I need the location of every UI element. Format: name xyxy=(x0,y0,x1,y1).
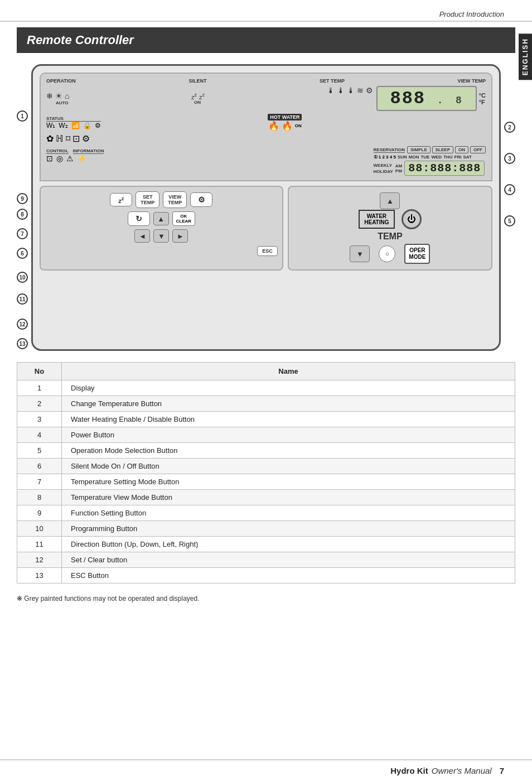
table-row: 12Set / Clear button xyxy=(17,552,515,568)
table-row: 5Operation Mode Selection Button xyxy=(17,443,515,459)
callout-9: 9 xyxy=(17,193,28,204)
keypad-row2: ↻ ▲ OKCLEAR xyxy=(45,211,278,226)
snowflake-icon: ❄ xyxy=(46,91,53,100)
callout-13: 13 xyxy=(17,338,28,349)
schedule-digital-display: 88:888:888 xyxy=(404,161,485,176)
table-row: 6Silent Mode On / Off Button xyxy=(17,459,515,474)
right-panel: ▲ WATER HEATING ⏻ TEMP ▼ ○ OPERMODE xyxy=(288,186,492,271)
silent-on-label: ON xyxy=(194,100,202,105)
auto-label: AUTO xyxy=(46,100,69,105)
table-cell-no: 9 xyxy=(17,505,62,521)
display-panel: OPERATION SILENT SET TEMP VIEW TEMP ❄ ☀ … xyxy=(40,73,492,181)
settings-icon: ⚙ xyxy=(95,122,101,129)
table-row: 3Water Heating Enable / Disable Button xyxy=(17,412,515,427)
english-tab: ENGLISH xyxy=(519,33,532,80)
select-btn[interactable]: ○ xyxy=(379,245,395,262)
control-reservation-row: CONTROL INFORMATION ⊡ ◎ ⚠ ⚡ RESERVATION xyxy=(46,146,486,176)
temp-icon2: 🌡 xyxy=(337,86,345,95)
flame-icon1: 🔥 xyxy=(268,120,279,131)
left-key[interactable]: ◄ xyxy=(134,229,150,243)
digital-display-wrapper: 888 . 8 xyxy=(376,86,477,111)
digital-value: 888 xyxy=(390,88,425,109)
weekly-label: WEEKLY xyxy=(374,163,393,168)
power-button[interactable]: ⏻ xyxy=(402,209,422,229)
table-row: 9Function Setting Button xyxy=(17,505,515,521)
set-temp-key[interactable]: SETTEMP xyxy=(136,191,159,208)
pm-label: PM xyxy=(395,168,402,173)
reservation-label: RESERVATION xyxy=(374,147,405,153)
silent-icons: zz zz xyxy=(191,92,205,100)
function-key[interactable]: ⚙ xyxy=(190,192,212,207)
operation-icons: ❄ ☀ ⌂ xyxy=(46,91,69,100)
status-label: STATUS xyxy=(46,116,101,122)
right-down-key[interactable]: ▼ xyxy=(350,245,370,262)
table-cell-name: Programming Button xyxy=(62,521,515,537)
wifi3-icon: 📶 xyxy=(71,122,80,129)
ctrl-icon4: ⚡ xyxy=(77,154,86,163)
keypad-row1: zz SETTEMP VIEWTEMP ⚙ xyxy=(45,191,278,208)
hot-water-col: HOT WATER 🔥 🔥 ON xyxy=(268,114,302,131)
page-footer: Hydro Kit Owner's Manual 7 xyxy=(0,759,532,781)
programming-key[interactable]: ↻ xyxy=(128,211,150,226)
table-cell-no: 1 xyxy=(17,380,62,396)
reservation-numbers: ① 1 2 3 4 5 xyxy=(374,155,396,160)
section-title-bar: Remote Controller xyxy=(17,27,515,53)
ok-clear-key[interactable]: OKCLEAR xyxy=(172,211,196,226)
callout-3: 3 xyxy=(504,153,515,164)
control-info-labels: CONTROL INFORMATION xyxy=(46,148,104,154)
down-key[interactable]: ▼ xyxy=(153,229,169,243)
heating-label: HEATING xyxy=(364,219,389,225)
day-sat: SAT xyxy=(463,155,471,160)
table-header-no: No xyxy=(17,363,62,380)
table-cell-no: 13 xyxy=(17,568,62,584)
table-cell-no: 10 xyxy=(17,521,62,537)
sleep-btn[interactable]: SLEEP xyxy=(432,146,453,153)
ctrl-icon3: ⚠ xyxy=(66,154,74,163)
temp-label: TEMP xyxy=(378,232,402,242)
misc-icon1: ✿ xyxy=(46,133,54,144)
table-cell-name: Power Button xyxy=(62,427,515,443)
off-btn[interactable]: OFF xyxy=(470,146,486,153)
control-label: CONTROL xyxy=(46,148,69,154)
celsius-badge: °C xyxy=(479,92,486,99)
simple-btn[interactable]: SIMPLE xyxy=(407,146,431,153)
table-cell-no: 12 xyxy=(17,552,62,568)
status-icons: W₁ W₂ 📶 🔒 ⚙ xyxy=(46,122,101,129)
esc-key[interactable]: ESC xyxy=(257,246,278,256)
day-fri: FRI xyxy=(454,155,462,160)
water-heating-label: WATER HEATING xyxy=(359,210,394,229)
keypad: zz SETTEMP VIEWTEMP ⚙ ↻ ▲ OKCLEAR ◄ ▼ ► xyxy=(40,186,283,271)
reservation-label-row: RESERVATION SIMPLE SLEEP ON OFF xyxy=(374,146,486,153)
table-cell-name: Direction Button (Up, Down, Left, Right) xyxy=(62,537,515,552)
drop-icon: ⚙ xyxy=(366,86,373,95)
table-cell-name: Temperature Setting Mode Button xyxy=(62,474,515,490)
silent-key[interactable]: zz xyxy=(110,193,132,207)
table-row: 4Power Button xyxy=(17,427,515,443)
set-temp-icons: 🌡 🌡 🌡 ≋ ⚙ xyxy=(327,86,373,95)
wind-icon: ≋ xyxy=(357,86,364,95)
panel-row3: ✿ ℍ ⌑ ⊡ ⚙ xyxy=(46,133,486,144)
misc-icon3: ⌑ xyxy=(66,133,70,144)
up-key[interactable]: ▲ xyxy=(153,212,169,225)
right-key[interactable]: ► xyxy=(172,229,188,243)
silent-label: SILENT xyxy=(188,78,206,84)
table-cell-no: 5 xyxy=(17,443,62,459)
callout-2: 2 xyxy=(504,122,515,133)
on-btn[interactable]: ON xyxy=(455,146,468,153)
oper-mode-button[interactable]: OPERMODE xyxy=(404,244,430,264)
hot-water-label: HOT WATER xyxy=(268,114,302,120)
sun-icon: ☀ xyxy=(55,91,62,100)
callout-5: 5 xyxy=(504,215,515,226)
day-thu: THU xyxy=(443,155,452,160)
home-icon: ⌂ xyxy=(65,91,69,100)
right-up-key[interactable]: ▲ xyxy=(380,192,400,209)
day-tue: TUE xyxy=(420,155,429,160)
schedule-row: WEEKLY HOLIDAY AM PM 88:888:888 xyxy=(374,161,486,176)
sleep-icon1: zz xyxy=(191,92,197,100)
view-temp-key[interactable]: VIEWTEMP xyxy=(163,191,187,208)
digital-sub: 8 xyxy=(456,95,463,106)
ctrl-icon1: ⊡ xyxy=(46,154,53,163)
page-header: Product Introduction xyxy=(0,0,532,22)
mode-boxes: SIMPLE SLEEP ON OFF xyxy=(407,146,486,153)
day-wed: WED xyxy=(431,155,442,160)
